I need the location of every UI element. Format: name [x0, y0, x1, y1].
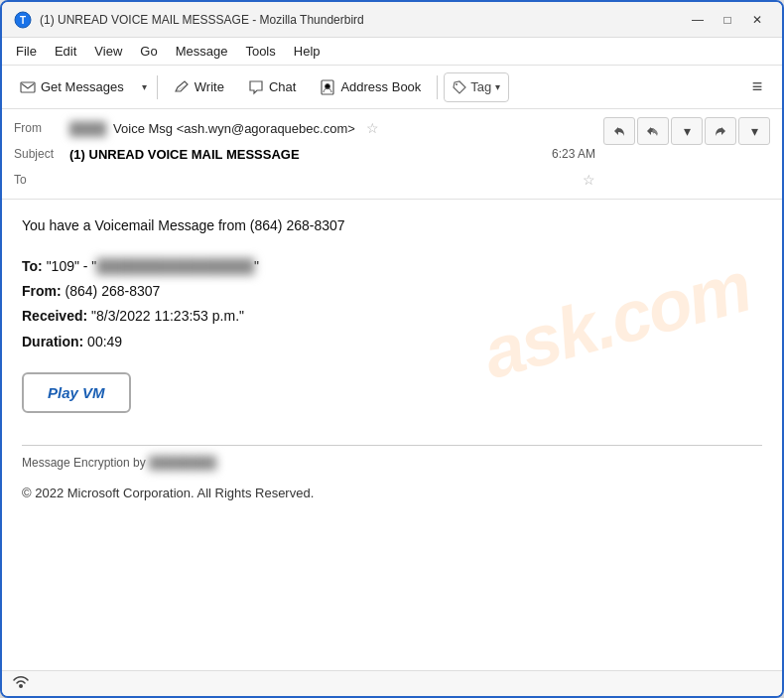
tag-icon [453, 80, 466, 94]
from-row: From ████ Voice Msg <ash.wyn@agoraquebec… [14, 115, 595, 141]
email-body: ask.com You have a Voicemail Message fro… [2, 200, 782, 670]
encryption-label: Message Encryption by [22, 456, 146, 470]
menu-tools[interactable]: Tools [237, 41, 283, 62]
get-messages-button[interactable]: Get Messages [10, 70, 134, 104]
duration-label: Duration: [22, 334, 83, 349]
write-icon [174, 79, 190, 95]
chat-icon [248, 79, 264, 95]
window-controls: — □ ✕ [685, 9, 770, 31]
to-end-text: " [254, 258, 259, 274]
to-number-text: "109" - " [47, 258, 97, 274]
received-row: Received: "8/3/2022 11:23:53 p.m." [22, 304, 762, 329]
menu-bar: File Edit View Go Message Tools Help [2, 38, 782, 66]
from-star-icon: ☆ [366, 120, 379, 136]
to-row: To ☆ [14, 167, 595, 193]
chat-button[interactable]: Chat [238, 70, 306, 104]
copyright-text: © 2022 Microsoft Corporation. All Rights… [22, 486, 762, 500]
address-book-icon [320, 79, 335, 95]
email-headers: From ████ Voice Msg <ash.wyn@agoraquebec… [2, 109, 782, 200]
from-blurred: ████ [69, 121, 106, 136]
tag-button[interactable]: Tag ▾ [444, 72, 509, 102]
connection-status-icon [12, 673, 30, 694]
play-vm-button[interactable]: Play VM [22, 372, 131, 413]
from-label: From [14, 121, 64, 135]
toolbar-separator-2 [437, 75, 438, 99]
received-value: "8/3/2022 11:23:53 p.m." [91, 308, 244, 324]
subject-row: Subject (1) UNREAD VOICE MAIL MESSSAGE 6… [14, 141, 595, 167]
tag-dropdown-arrow: ▾ [495, 81, 500, 92]
address-book-button[interactable]: Address Book [310, 70, 431, 104]
subject-value: (1) UNREAD VOICE MAIL MESSSAGE [69, 147, 300, 162]
write-button[interactable]: Write [164, 70, 234, 104]
menu-file[interactable]: File [8, 41, 45, 62]
toolbar-separator-1 [157, 75, 158, 99]
radio-waves-icon [12, 673, 30, 691]
menu-message[interactable]: Message [168, 41, 236, 62]
forward-button[interactable] [705, 117, 736, 145]
more-dropdown-button[interactable]: ▾ [738, 117, 770, 145]
app-window: T (1) UNREAD VOICE MAIL MESSSAGE - Mozil… [0, 0, 784, 698]
title-bar: T (1) UNREAD VOICE MAIL MESSSAGE - Mozil… [2, 2, 782, 38]
menu-edit[interactable]: Edit [47, 41, 84, 62]
get-messages-icon [20, 79, 36, 95]
menu-view[interactable]: View [86, 41, 130, 62]
from-value: ████ Voice Msg <ash.wyn@agoraquebec.com>… [69, 120, 595, 136]
svg-text:T: T [20, 15, 26, 26]
reply-icon [612, 124, 626, 138]
app-icon: T [14, 11, 32, 29]
from-field-label: From: [22, 283, 62, 299]
received-label: Received: [22, 308, 87, 324]
to-star-icon: ☆ [583, 172, 595, 188]
forward-icon [714, 124, 727, 138]
from-number-text: (864) 268-8307 [65, 283, 161, 299]
dropdown-nav-button[interactable]: ▾ [671, 117, 703, 145]
to-detail-row: To: "109" - "████████████████" [22, 254, 762, 279]
maximize-button[interactable]: □ [715, 9, 740, 31]
toolbar: Get Messages ▾ Write Chat Address Book [2, 66, 782, 109]
to-email-blurred: ████████████████ [96, 254, 254, 279]
get-messages-dropdown[interactable]: ▾ [138, 70, 151, 104]
close-button[interactable]: ✕ [744, 9, 770, 31]
from-display: Voice Msg <ash.wyn@agoraquebec.com> [113, 121, 355, 136]
email-time: 6:23 AM [552, 147, 595, 161]
to-field-label: To: [22, 258, 43, 274]
svg-point-6 [19, 684, 23, 688]
voicemail-details: To: "109" - "████████████████" From: (86… [22, 254, 762, 354]
menu-go[interactable]: Go [132, 41, 165, 62]
svg-rect-2 [21, 82, 35, 92]
duration-row: Duration: 00:49 [22, 330, 762, 354]
reply-all-button[interactable] [637, 117, 669, 145]
body-content: You have a Voicemail Message from (864) … [22, 215, 762, 500]
intro-text: You have a Voicemail Message from (864) … [22, 215, 762, 236]
encryption-service: ████████ [149, 456, 216, 470]
svg-point-5 [456, 83, 457, 85]
menu-help[interactable]: Help [286, 41, 328, 62]
subject-label: Subject [14, 147, 64, 161]
navigation-buttons: ▾ ▾ [603, 117, 770, 145]
status-bar [2, 670, 782, 696]
reply-all-icon [646, 124, 660, 138]
from-detail-row: From: (864) 268-8307 [22, 279, 762, 304]
minimize-button[interactable]: — [685, 9, 711, 31]
email-footer: Message Encryption by ████████ [22, 445, 762, 470]
hamburger-menu-button[interactable]: ≡ [740, 70, 774, 104]
reply-button[interactable] [603, 117, 635, 145]
to-label: To [14, 173, 64, 187]
window-title: (1) UNREAD VOICE MAIL MESSSAGE - Mozilla… [40, 13, 685, 27]
